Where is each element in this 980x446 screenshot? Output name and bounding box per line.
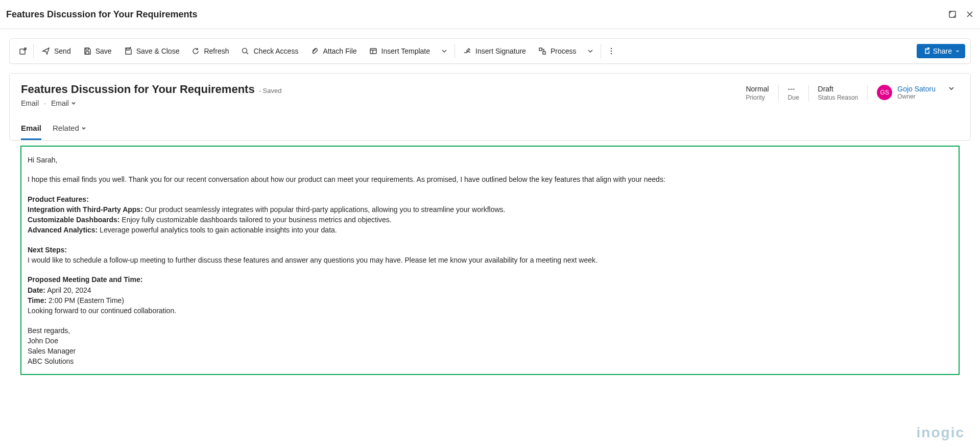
svg-rect-3 <box>86 52 89 54</box>
separator <box>455 44 455 58</box>
tab-related[interactable]: Related <box>53 120 86 140</box>
titlebar-actions <box>948 10 974 18</box>
check-access-label: Check Access <box>253 47 298 55</box>
record-header: Features Discussion for Your Requirement… <box>9 73 971 140</box>
insert-signature-button[interactable]: Insert Signature <box>457 44 532 58</box>
form-selector-label: Email <box>51 99 69 107</box>
meeting-heading: Proposed Meeting Date and Time: <box>28 275 142 284</box>
separator <box>33 44 34 58</box>
due-label: Due <box>788 94 799 101</box>
priority-field[interactable]: Normal Priority <box>736 85 778 101</box>
owner-name[interactable]: Gojo Satoru <box>897 85 936 93</box>
record-tabs: Email Related <box>21 120 281 140</box>
insert-template-button[interactable]: Insert Template <box>363 44 436 58</box>
send-label: Send <box>54 47 71 55</box>
status-value: Draft <box>818 85 858 93</box>
save-close-label: Save & Close <box>136 47 180 55</box>
closing: Looking forward to our continued collabo… <box>28 306 952 316</box>
breadcrumb-separator: · <box>44 99 46 107</box>
owner-field[interactable]: GS Gojo Satoru Owner <box>867 85 936 100</box>
tab-email[interactable]: Email <box>21 120 41 140</box>
record-title: Features Discussion for Your Requirement… <box>21 83 255 96</box>
email-intro: I hope this email finds you well. Thank … <box>28 174 952 184</box>
svg-point-10 <box>611 51 612 52</box>
page-title: Features Discussion for Your Requirement… <box>6 9 197 20</box>
due-value: --- <box>788 85 799 93</box>
svg-point-11 <box>611 53 612 54</box>
new-window-icon[interactable] <box>15 43 31 59</box>
email-body[interactable]: Hi Sarah, I hope this email finds you we… <box>20 146 960 375</box>
breadcrumb-entity: Email <box>21 99 39 107</box>
refresh-button[interactable]: Refresh <box>185 44 235 58</box>
sig-title: Sales Manager <box>28 346 952 356</box>
popout-icon[interactable] <box>948 10 957 18</box>
svg-point-5 <box>243 49 247 53</box>
svg-point-9 <box>611 48 612 49</box>
share-button[interactable]: Share <box>917 44 965 58</box>
expand-header-icon[interactable] <box>936 85 959 93</box>
svg-rect-7 <box>539 48 542 51</box>
tab-related-label: Related <box>53 124 79 132</box>
share-label: Share <box>933 47 952 55</box>
feature2-label: Customizable Dashboards: <box>28 216 119 224</box>
process-button[interactable]: Process <box>532 44 583 58</box>
toolbar: Send Save Save & Close Refresh Check Acc… <box>9 38 971 64</box>
feature3-label: Advanced Analytics: <box>28 226 98 234</box>
breadcrumb: Email · Email <box>21 99 281 107</box>
date-label: Date: <box>28 286 45 294</box>
insert-template-label: Insert Template <box>381 47 430 55</box>
save-label: Save <box>95 47 112 55</box>
sig-name: John Doe <box>28 336 952 346</box>
time-label: Time: <box>28 296 46 304</box>
process-dropdown-icon[interactable] <box>582 43 599 59</box>
feature1-text: Our product seamlessly integrates with p… <box>143 205 506 214</box>
status-label: Status Reason <box>818 94 858 101</box>
email-greeting: Hi Sarah, <box>28 155 952 165</box>
check-access-button[interactable]: Check Access <box>235 44 304 58</box>
date-value: April 20, 2024 <box>45 286 91 294</box>
svg-rect-2 <box>86 48 88 50</box>
attach-file-button[interactable]: Attach File <box>304 44 363 58</box>
process-label: Process <box>551 47 577 55</box>
send-button[interactable]: Send <box>36 44 77 58</box>
next-text: I would like to schedule a follow-up mee… <box>28 255 952 265</box>
feature2-text: Enjoy fully customizable dashboards tail… <box>119 216 391 224</box>
record-fields: Normal Priority --- Due Draft Status Rea… <box>736 83 959 101</box>
priority-label: Priority <box>746 94 769 101</box>
template-dropdown-icon[interactable] <box>436 43 452 59</box>
insert-signature-label: Insert Signature <box>475 47 526 55</box>
save-close-button[interactable]: Save & Close <box>118 44 186 58</box>
sig-company: ABC Solutions <box>28 356 952 366</box>
signoff: Best regards, <box>28 325 952 336</box>
svg-rect-8 <box>543 52 545 54</box>
features-heading: Product Features: <box>28 195 89 203</box>
save-button[interactable]: Save <box>77 44 118 58</box>
separator <box>601 44 601 58</box>
watermark: inogic <box>917 425 965 441</box>
titlebar: Features Discussion for Your Requirement… <box>0 0 980 29</box>
owner-label: Owner <box>897 93 936 100</box>
attach-file-label: Attach File <box>323 47 356 55</box>
feature1-label: Integration with Third-Party Apps: <box>28 205 143 214</box>
due-field[interactable]: --- Due <box>778 85 808 101</box>
avatar: GS <box>877 85 892 100</box>
saved-status: - Saved <box>259 87 282 95</box>
status-reason-field[interactable]: Draft Status Reason <box>808 85 868 101</box>
svg-rect-6 <box>370 49 376 54</box>
form-selector[interactable]: Email <box>51 99 76 107</box>
next-heading: Next Steps: <box>28 246 67 254</box>
more-icon[interactable] <box>603 43 619 59</box>
priority-value: Normal <box>746 85 769 93</box>
feature3-text: Leverage powerful analytics tools to gai… <box>98 226 337 234</box>
time-value: 2:00 PM (Eastern Time) <box>46 296 124 304</box>
tab-email-label: Email <box>21 124 41 132</box>
svg-rect-4 <box>127 48 129 50</box>
close-icon[interactable] <box>966 10 974 18</box>
refresh-label: Refresh <box>204 47 229 55</box>
